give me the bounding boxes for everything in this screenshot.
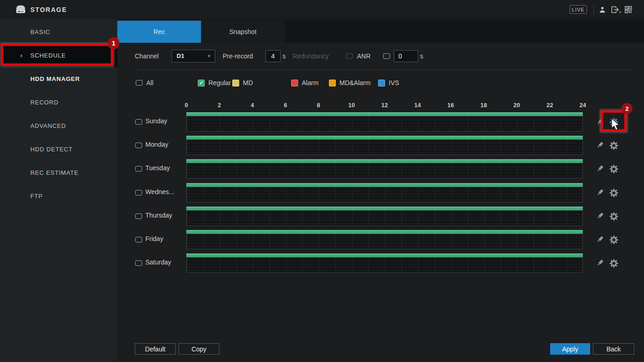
apply-button[interactable]: Apply: [550, 343, 590, 355]
anr-value-input[interactable]: [394, 50, 418, 62]
hour-tick-8: 8: [317, 102, 320, 109]
day-timeline-grid[interactable]: [186, 257, 583, 273]
channel-label: Channel: [135, 50, 159, 63]
day-checkbox[interactable]: [135, 213, 142, 219]
pre-record-unit: s: [282, 50, 286, 63]
record-type-checkbox[interactable]: ✓: [198, 80, 205, 86]
sidebar-item-label: BASIC: [30, 29, 50, 35]
setting-gear-button[interactable]: [609, 189, 618, 198]
page-title: STORAGE: [30, 0, 67, 19]
edit-period-button[interactable]: [595, 212, 604, 221]
recorded-period-lane: [186, 253, 583, 257]
setting-gear-button[interactable]: [609, 141, 618, 150]
day-timeline-grid[interactable]: [186, 187, 583, 202]
day-checkbox[interactable]: [135, 143, 142, 148]
record-type-checkbox[interactable]: [232, 80, 239, 86]
qr-code-icon[interactable]: [625, 6, 632, 15]
pre-record-input[interactable]: [265, 50, 281, 62]
day-label: Monday: [145, 141, 168, 148]
legend-item-md-alarm: MD&Alarm: [329, 79, 371, 87]
setting-gear-button[interactable]: [609, 259, 618, 268]
schedule-day-row-wednes: Wednes...: [0, 183, 644, 203]
copy-button[interactable]: Copy: [178, 343, 219, 355]
hour-tick-0: 0: [184, 102, 188, 109]
period-bar-regular: [186, 253, 583, 257]
setting-gear-button[interactable]: [609, 236, 618, 245]
edit-period-button[interactable]: [595, 259, 604, 268]
edit-period-button[interactable]: [595, 141, 604, 150]
day-checkbox[interactable]: [135, 119, 142, 125]
all-checkbox[interactable]: [136, 80, 143, 86]
day-label: Saturday: [145, 259, 171, 266]
title-bar: STORAGE LIVE ▾: [0, 0, 644, 20]
record-type-checkbox[interactable]: [329, 80, 336, 86]
record-type-label: MD: [243, 79, 253, 86]
legend-item-ivs: IVS: [378, 79, 399, 87]
day-checkbox[interactable]: [135, 190, 142, 195]
day-label: Wednes...: [145, 188, 174, 195]
hour-tick-18: 18: [480, 102, 487, 109]
sidebar-item-record[interactable]: › RECORD: [0, 91, 117, 114]
channel-value: D1: [177, 52, 184, 59]
setting-gear-button[interactable]: [609, 165, 618, 174]
recorded-period-lane: [186, 136, 583, 139]
recorded-period-lane: [186, 230, 583, 234]
hour-tick-14: 14: [414, 102, 421, 109]
record-type-label: Alarm: [302, 79, 319, 86]
live-button[interactable]: LIVE: [569, 5, 587, 14]
edit-period-button[interactable]: [595, 236, 604, 245]
record-type-label: IVS: [389, 79, 399, 86]
day-checkbox[interactable]: [135, 237, 142, 242]
pre-record-label: Pre-record: [223, 50, 253, 63]
edit-period-button[interactable]: [595, 189, 604, 198]
setting-gear-button[interactable]: [609, 212, 618, 221]
schedule-day-row-monday: Monday: [0, 136, 644, 156]
annotation-step1-box: [1, 44, 113, 66]
hour-axis: 024681012141618202224: [186, 102, 583, 109]
hour-tick-12: 12: [381, 102, 388, 109]
channel-select[interactable]: D1 ▼: [172, 50, 215, 63]
period-bar-regular: [186, 230, 583, 234]
sidebar-item-basic[interactable]: › BASIC: [0, 20, 117, 44]
sidebar-item-hdd-manager[interactable]: › HDD MANAGER: [0, 67, 117, 91]
day-timeline-grid[interactable]: [186, 116, 583, 132]
annotation-step2-badge: 2: [621, 103, 632, 114]
period-bar-regular: [186, 183, 583, 187]
chevron-down-icon: ▼: [207, 50, 211, 62]
storage-drive-icon: [15, 4, 27, 17]
day-timeline-grid[interactable]: [186, 139, 583, 155]
sidebar-item-label: RECORD: [30, 99, 58, 106]
record-type-label: MD&Alarm: [339, 79, 371, 86]
schedule-day-row-tuesday: Tuesday: [0, 159, 644, 179]
logout-icon[interactable]: ▾: [611, 6, 621, 15]
hour-tick-22: 22: [546, 102, 553, 109]
redundancy-label: Redundancy: [293, 50, 329, 63]
anr-label: ANR: [357, 50, 371, 63]
record-type-label: Regular: [208, 79, 231, 86]
nvr-storage-window: STORAGE LIVE ▾: [0, 0, 644, 362]
day-timeline-grid[interactable]: [186, 163, 583, 178]
record-type-checkbox[interactable]: [378, 80, 385, 86]
period-bar-regular: [186, 159, 583, 163]
day-timeline-grid[interactable]: [186, 234, 583, 249]
record-type-checkbox[interactable]: [291, 80, 298, 86]
redundancy-checkbox[interactable]: [346, 53, 353, 59]
period-bar-regular: [186, 112, 583, 116]
day-checkbox[interactable]: [135, 166, 142, 172]
anr-checkbox[interactable]: [383, 53, 390, 59]
back-button[interactable]: Back: [593, 343, 634, 355]
period-bar-regular: [186, 136, 583, 139]
hour-tick-20: 20: [513, 102, 520, 109]
day-checkbox[interactable]: [135, 260, 142, 266]
recorded-period-lane: [186, 183, 583, 187]
edit-period-button[interactable]: [595, 165, 604, 174]
schedule-day-row-thursday: Thursday: [0, 207, 644, 227]
user-icon[interactable]: [599, 6, 606, 15]
tab-rec[interactable]: Rec: [117, 21, 201, 43]
default-button[interactable]: Default: [135, 343, 176, 355]
day-timeline-grid[interactable]: [186, 210, 583, 226]
legend-item-md: MD: [232, 79, 253, 87]
annotation-step1-badge: 1: [108, 37, 120, 49]
tab-snapshot[interactable]: Snapshot: [201, 21, 285, 43]
hour-tick-10: 10: [348, 102, 355, 109]
